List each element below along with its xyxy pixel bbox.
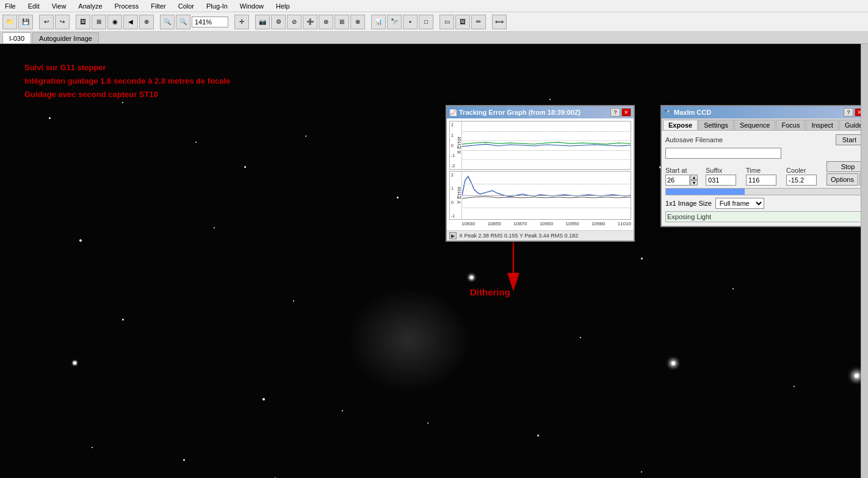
toolbar-cap2[interactable]: ⚙ [271, 15, 286, 29]
star [427, 422, 429, 424]
star [671, 361, 675, 365]
menu-help[interactable]: Help [273, 2, 292, 10]
x-error-label: X Error [456, 137, 462, 154]
main-image-area: Suivi sur G11 stepper Intégration guidag… [0, 44, 868, 478]
cooler-input[interactable] [786, 175, 817, 186]
star [794, 386, 795, 387]
tab-expose[interactable]: Expose [663, 120, 698, 130]
start-at-cell: Start at ▲ ▼ [665, 167, 702, 186]
menu-process[interactable]: Process [112, 2, 142, 10]
star [537, 435, 539, 436]
maxim-help-btn[interactable]: ? [844, 108, 853, 117]
toolbar-save[interactable]: 💾 [18, 15, 33, 29]
maxim-titlebar: 🔭 MaxIm CCD ? ✕ [662, 106, 867, 118]
toolbar-zoom-out[interactable]: 🔍 [160, 15, 175, 29]
toolbar-grid[interactable]: ⊞ [335, 15, 349, 29]
tab-settings[interactable]: Settings [698, 120, 734, 130]
tab-autoguider[interactable]: Autoguider Image [32, 32, 99, 43]
x-error-graph [462, 121, 631, 169]
toolbar-chart1[interactable]: 📊 [371, 15, 386, 29]
star [293, 300, 294, 302]
start-at-label: Start at [665, 167, 702, 174]
autosave-row: Autosave Filename Start [665, 134, 863, 145]
star [92, 447, 93, 448]
menu-edit[interactable]: Edit [26, 2, 42, 10]
star [580, 337, 581, 338]
menu-color[interactable]: Color [176, 2, 197, 10]
progress-bar [665, 188, 863, 195]
start-at-down[interactable]: ▼ [690, 180, 698, 186]
start-at-arrows: ▲ ▼ [690, 175, 698, 186]
toolbar-img3[interactable]: ◉ [107, 15, 122, 29]
menu-view[interactable]: View [49, 2, 69, 10]
menu-analyze[interactable]: Analyze [76, 2, 104, 10]
toolbar-draw[interactable]: ✏ [471, 15, 486, 29]
tab-inspect[interactable]: Inspect [806, 120, 838, 130]
toolbar-img2[interactable]: ⊞ [92, 15, 106, 29]
toolbar-cap3[interactable]: ⊘ [287, 15, 302, 29]
suffix-label: Suffix [706, 167, 742, 174]
tab-sequence[interactable]: Sequence [734, 120, 776, 130]
toolbar-sq1[interactable]: ▪ [403, 15, 418, 29]
tracking-close-btn[interactable]: ✕ [621, 108, 631, 117]
toolbar-img6[interactable]: 🖼 [455, 15, 470, 29]
suffix-cell: Suffix [706, 167, 742, 186]
options-button[interactable]: Options [826, 173, 858, 186]
star [122, 102, 123, 103]
autosave-label: Autosave Filename [665, 136, 723, 143]
main-scrollbar[interactable] [861, 44, 868, 478]
annotation-block: Suivi sur G11 stepper Intégration guidag… [24, 61, 230, 101]
menu-window[interactable]: Window [237, 2, 266, 10]
start-button[interactable]: Start [836, 134, 863, 145]
tracking-help-btn[interactable]: ? [610, 108, 620, 117]
tab-i030[interactable]: I-030 [2, 32, 31, 43]
toolbar-img1[interactable]: 🖼 [76, 15, 90, 29]
maxim-ccd-panel: 🔭 MaxIm CCD ? ✕ Expose Settings Sequence… [660, 105, 868, 227]
toolbar-zoom-in[interactable]: 🔍 [176, 15, 190, 29]
toolbar-rect[interactable]: ▭ [439, 15, 454, 29]
star [49, 117, 51, 119]
toolbar-scope2[interactable]: 🔭 [387, 15, 402, 29]
autosave-input[interactable] [665, 148, 781, 159]
nebula-object [348, 288, 470, 392]
fields-row: Start at ▲ ▼ Suffix Time [665, 161, 863, 186]
star [641, 471, 642, 473]
start-at-up[interactable]: ▲ [690, 175, 698, 180]
toolbar-img4[interactable]: ◀ [123, 15, 138, 29]
image-size-label: 1x1 Image Size [665, 200, 712, 207]
toolbar-scope[interactable]: ⊛ [319, 15, 333, 29]
cooler-label: Cooler [786, 167, 823, 174]
star [195, 142, 197, 143]
star [262, 398, 265, 400]
toolbar-stop-circle[interactable]: ⊗ [350, 15, 365, 29]
zoom-selector[interactable]: 141% [192, 16, 228, 27]
time-input[interactable] [746, 175, 776, 186]
start-at-input[interactable] [665, 175, 690, 186]
toolbar-undo[interactable]: ↩ [39, 15, 54, 29]
star [122, 319, 124, 320]
menu-plugin[interactable]: Plug-In [204, 2, 230, 10]
toolbar-img5[interactable]: ⊕ [139, 15, 154, 29]
menu-file[interactable]: File [2, 2, 18, 10]
annotation-line3: Guidage avec second capteur ST10 [24, 88, 230, 101]
tracking-play-btn[interactable]: ▶ [449, 232, 457, 239]
toolbar-extra[interactable]: ⟺ [492, 15, 507, 29]
tracking-statusbar: ▶ X Peak 2.38 RMS 0.155 Y Peak 3.44 RMS … [447, 230, 634, 241]
cooler-cell: Cooler [786, 167, 823, 186]
toolbar-sq2[interactable]: □ [419, 15, 433, 29]
tracking-win-buttons: ? ✕ [610, 108, 631, 117]
star [214, 227, 215, 228]
menu-filter[interactable]: Filter [148, 2, 168, 10]
x-axis-labels: 10830 10850 10870 10900 10950 10980 1101… [461, 221, 631, 226]
toolbar-add[interactable]: ➕ [303, 15, 317, 29]
toolbar-capture[interactable]: 📷 [255, 15, 270, 29]
image-size-select[interactable]: Full frame [715, 198, 764, 209]
star [305, 136, 306, 137]
tracking-error-window: 📈 Tracking Error Graph (from 18:39:00Z) … [446, 105, 635, 242]
toolbar-redo[interactable]: ↪ [55, 15, 70, 29]
toolbar-crosshair[interactable]: ✛ [234, 15, 249, 29]
toolbar-open[interactable]: 📁 [2, 15, 17, 29]
tab-focus[interactable]: Focus [776, 120, 805, 130]
suffix-input[interactable] [706, 175, 736, 186]
start-at-spinner: ▲ ▼ [665, 175, 702, 186]
